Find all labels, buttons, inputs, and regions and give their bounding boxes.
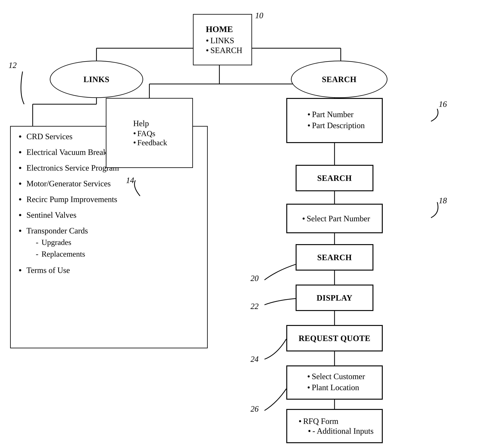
annotation-22: 22 (250, 302, 259, 311)
annotation-26: 26 (250, 404, 259, 414)
plant-location-item: Plant Location (307, 383, 365, 392)
annotation-14: 14 (126, 176, 134, 185)
list-item-tou: • Terms of Use (19, 265, 199, 276)
help-label: Help (133, 119, 167, 128)
annotation-18: 18 (439, 196, 447, 205)
criteria-part-description: Part Description (307, 121, 365, 130)
criteria-part-number: Part Number (307, 110, 365, 119)
home-links-item: LINKS (206, 36, 242, 45)
display-label: DISPLAY (317, 293, 353, 303)
list-item-mgs: • Motor/Generator Services (19, 178, 199, 190)
select-part-box: Select Part Number (286, 204, 383, 233)
search-button-1[interactable]: SEARCH (296, 165, 374, 191)
request-quote-box[interactable]: REQUEST QUOTE (286, 325, 383, 352)
help-feedback: Feedback (133, 138, 167, 147)
rfq-form-item: RFQ Form (299, 416, 374, 426)
select-customer-box: Select Customer Plant Location (286, 365, 383, 400)
select-part-content: Select Part Number (299, 214, 370, 223)
rfq-content: RFQ Form - Additional Inputs (296, 416, 374, 436)
sub-item-upgrades: - Upgrades (36, 237, 88, 248)
search-oval[interactable]: SEARCH (291, 61, 388, 98)
select-part-item: Select Part Number (302, 214, 370, 223)
annotation-10: 10 (255, 11, 263, 20)
home-box-content: HOME LINKS SEARCH (203, 24, 242, 55)
rfq-sub-additional: - Additional Inputs (308, 426, 374, 436)
help-box-content: Help FAQs Feedback (132, 119, 167, 147)
search-oval-label: SEARCH (322, 75, 357, 84)
home-box: HOME LINKS SEARCH (193, 14, 252, 65)
diagram-container: 10 12 HOME LINKS SEARCH LINKS SEARCH (0, 0, 480, 448)
search-btn2-label: SEARCH (317, 253, 352, 262)
rfq-form-box: RFQ Form - Additional Inputs (286, 409, 383, 443)
list-item-tc: • Transponder Cards - Upgrades - Replace… (19, 226, 199, 261)
home-search-item: SEARCH (206, 45, 242, 55)
request-quote-label: REQUEST QUOTE (299, 334, 370, 343)
links-oval-label: LINKS (84, 75, 110, 84)
select-customer-item: Select Customer (307, 372, 365, 381)
home-label: HOME (206, 24, 242, 34)
select-cust-content: Select Customer Plant Location (304, 372, 365, 393)
search-btn1-label: SEARCH (317, 173, 352, 183)
list-item-sv: • Sentinel Valves (19, 210, 199, 221)
display-box[interactable]: DISPLAY (296, 285, 374, 311)
search-criteria-box: Part Number Part Description (286, 98, 383, 143)
help-faqs: FAQs (133, 129, 167, 138)
annotation-24: 24 (250, 355, 259, 364)
sub-item-replacements: - Replacements (36, 249, 88, 259)
list-item-rpi: • Recirc Pump Improvements (19, 194, 199, 205)
annotation-12: 12 (8, 61, 17, 70)
links-oval[interactable]: LINKS (50, 61, 143, 98)
help-box: Help FAQs Feedback (106, 98, 193, 168)
annotation-16: 16 (439, 100, 447, 109)
annotation-20: 20 (250, 274, 259, 283)
search-criteria-content: Part Number Part Description (304, 110, 365, 131)
search-button-2[interactable]: SEARCH (296, 244, 374, 271)
